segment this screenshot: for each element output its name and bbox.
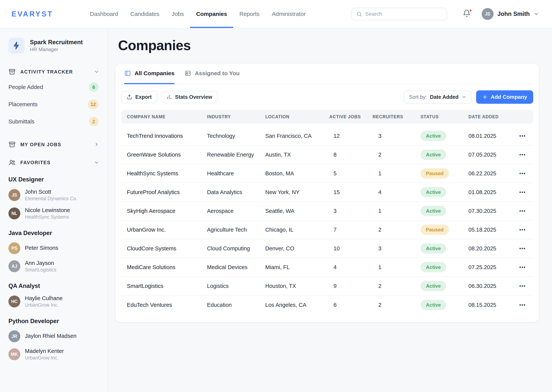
nav-item-jobs[interactable]: Jobs	[166, 0, 190, 28]
cell-active-jobs: 5	[329, 170, 373, 177]
col-company-name: COMPANY NAME	[121, 114, 207, 119]
cell-active-jobs: 12	[329, 133, 373, 139]
cell-industry: Medical Devices	[207, 264, 265, 270]
sidebar-item-people-added[interactable]: People Added 6	[8, 78, 99, 96]
app-root: EVARYST Dashboard Candidates Jobs Compan…	[0, 0, 552, 392]
sidebar-item-placements[interactable]: Placements 12	[8, 96, 99, 113]
app-logo[interactable]: EVARYST	[12, 0, 53, 28]
nav-item-candidates[interactable]: Candidates	[124, 0, 166, 28]
row-actions-button[interactable]: ⋯	[517, 151, 528, 159]
export-label: Export	[135, 94, 152, 100]
tab-assigned-to-you[interactable]: Assigned to You	[184, 63, 240, 84]
toolbar: Export Stats Overview Sort by: Date Adde…	[121, 90, 533, 104]
cell-company: UrbanGrow Inc.	[121, 227, 207, 233]
cell-active-jobs: 7	[329, 227, 373, 233]
nav-item-companies[interactable]: Companies	[190, 0, 233, 28]
table-row[interactable]: CloudCore Systems Cloud Computing Denver…	[121, 239, 533, 258]
tab-all-companies[interactable]: All Companies	[124, 63, 174, 84]
cell-company: TechTrend Innovations	[121, 133, 207, 139]
nav-item-administrator[interactable]: Administrator	[266, 0, 312, 28]
person-company: UrbanGrow Inc.	[25, 355, 64, 361]
row-actions-button[interactable]: ⋯	[517, 188, 528, 196]
ellipsis-icon: ⋯	[519, 301, 526, 308]
table-row[interactable]: FutureProof Analytics Data Analytics New…	[121, 183, 533, 202]
cell-date-added: 07.25.2025	[468, 264, 515, 270]
table-row[interactable]: MediCare Solutions Medical Devices Miami…	[121, 258, 533, 277]
cell-recruiters: 3	[373, 133, 421, 139]
search-box	[351, 8, 447, 20]
table-row[interactable]: TechTrend Innovations Technology San Fra…	[121, 127, 533, 146]
table-body: TechTrend Innovations Technology San Fra…	[121, 127, 533, 314]
cell-industry: Aerospace	[207, 208, 265, 214]
notifications-button[interactable]	[462, 9, 472, 19]
org-card: Spark Recruitment HR Manager	[8, 37, 99, 54]
person-name: Nicole Lewinstone	[25, 207, 70, 213]
chevron-down-icon	[462, 95, 466, 99]
favorite-person[interactable]: NL Nicole Lewinstone HealthSync Systems	[8, 207, 99, 220]
section-my-open-jobs[interactable]: MY OPEN JOBS	[8, 141, 99, 148]
favorite-person[interactable]: JR Jaylon Rhiel Madsen	[8, 330, 99, 342]
person-name: Madelyn Kenter	[25, 348, 64, 354]
cell-location: Miami, FL	[265, 264, 329, 270]
search-input[interactable]	[365, 11, 442, 17]
add-company-button[interactable]: Add Company	[476, 90, 533, 104]
section-activity-tracker[interactable]: ACTIVITY TRACKER	[8, 68, 99, 75]
table-row[interactable]: GreenWave Solutions Renewable Energy Aus…	[121, 146, 533, 164]
cell-recruiters: 1	[373, 208, 421, 214]
table-row[interactable]: HealthSync Systems Healthcare Boston, MA…	[121, 164, 533, 183]
chevron-down-icon	[94, 69, 99, 74]
cell-recruiters: 1	[373, 264, 421, 270]
cell-location: Austin, TX	[265, 152, 329, 158]
table-row[interactable]: SkyHigh Aerospace Aerospace Seattle, WA …	[121, 202, 533, 221]
cell-location: San Francisco, CA	[265, 133, 329, 139]
list-panel-icon	[124, 70, 131, 77]
row-actions-button[interactable]: ⋯	[517, 282, 528, 290]
cell-date-added: 07.05.2025	[468, 152, 515, 158]
sort-dropdown[interactable]: Sort by: Date Added	[404, 91, 472, 104]
favorite-person[interactable]: PS Peter Simons	[8, 242, 99, 254]
sidebar-item-submittals[interactable]: Submittals 2	[8, 113, 99, 130]
row-actions-button[interactable]: ⋯	[517, 132, 528, 140]
favorite-person[interactable]: MK Madelyn Kenter UrbanGrow Inc.	[8, 348, 99, 361]
content-shell: Spark Recruitment HR Manager ACTIVITY TR…	[0, 28, 552, 392]
favorite-person[interactable]: AJ Ann Jayson SmartLogistics	[8, 260, 99, 273]
cell-active-jobs: 15	[329, 189, 373, 196]
row-actions-button[interactable]: ⋯	[517, 245, 528, 252]
table-row[interactable]: SmartLogistics Logistics Houston, TX 9 2…	[121, 277, 533, 295]
page-title: Companies	[118, 37, 539, 53]
status-badge: Active	[421, 262, 446, 272]
row-actions-button[interactable]: ⋯	[517, 207, 528, 215]
nav-item-dashboard[interactable]: Dashboard	[84, 0, 124, 28]
stats-overview-button[interactable]: Stats Overview	[161, 91, 218, 103]
favorites-group-title: UX Designer	[8, 176, 99, 183]
cell-industry: Agriculture Tech	[207, 227, 265, 233]
row-actions-button[interactable]: ⋯	[517, 226, 528, 234]
avatar: MK	[8, 348, 20, 360]
row-actions-button[interactable]: ⋯	[517, 263, 528, 271]
stats-overview-label: Stats Overview	[175, 94, 212, 100]
cell-date-added: 07.30.2025	[468, 208, 515, 214]
org-role: HR Manager	[30, 47, 83, 52]
ellipsis-icon: ⋯	[519, 189, 526, 196]
status-badge: Active	[421, 131, 446, 141]
person-company: HealthSync Systems	[25, 214, 70, 220]
person-name: Ann Jayson	[25, 260, 56, 266]
cell-industry: Technology	[207, 133, 265, 139]
section-favorites[interactable]: FAVORITES	[8, 159, 99, 166]
table-row[interactable]: UrbanGrow Inc. Agriculture Tech Chicago,…	[121, 221, 533, 239]
cell-recruiters: 3	[373, 245, 421, 252]
user-menu[interactable]: JS John Smith	[482, 0, 539, 28]
favorite-person[interactable]: HC Haylie Culhane UrbanGrow Inc.	[8, 295, 99, 308]
avatar: AJ	[8, 260, 20, 272]
table-row[interactable]: EduTech Ventures Education Los Angeles, …	[121, 295, 533, 314]
ellipsis-icon: ⋯	[519, 282, 526, 290]
col-industry: INDUSTRY	[207, 114, 265, 119]
row-actions-button[interactable]: ⋯	[517, 169, 528, 177]
row-actions-button[interactable]: ⋯	[517, 301, 528, 309]
favorite-person[interactable]: JS John Scott Elemental Dynamics Co.	[8, 189, 99, 201]
status-badge: Active	[421, 187, 446, 197]
avatar: JS	[8, 189, 20, 201]
nav-item-reports[interactable]: Reports	[233, 0, 266, 28]
export-button[interactable]: Export	[121, 91, 157, 103]
item-label: People Added	[8, 84, 43, 90]
